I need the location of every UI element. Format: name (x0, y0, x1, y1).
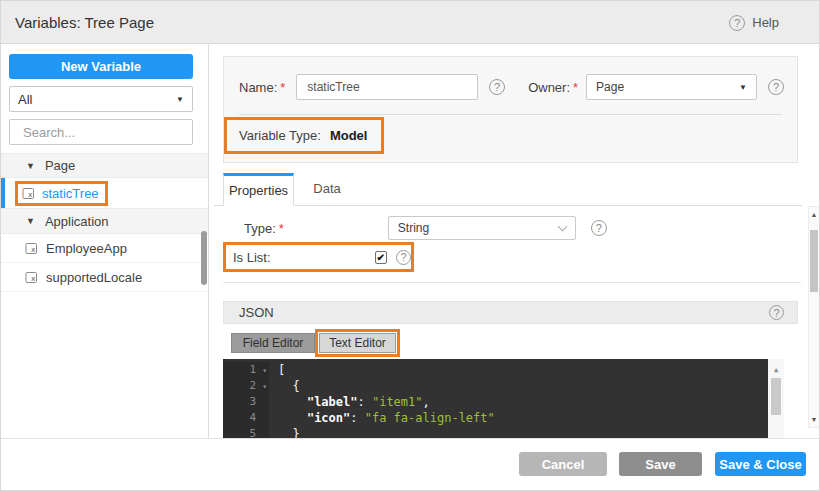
json-code-editor[interactable]: 1▾ [ 2▾ { 3 "label": "item1", 4 "icon": … (223, 359, 784, 438)
owner-select[interactable]: Page ▼ (586, 74, 757, 100)
caret-down-icon: ▼ (739, 83, 747, 92)
sidebar-scrollbar-thumb[interactable] (201, 231, 207, 285)
code-line: 2▾ { (223, 378, 784, 394)
code-text: } (269, 426, 300, 438)
variables-tree: ▼ Page x staticTree ▼ Application (1, 153, 208, 292)
type-select[interactable]: String (388, 216, 576, 240)
variable-icon: x (25, 271, 38, 284)
divider (223, 282, 801, 283)
selected-indicator-bar (1, 178, 5, 208)
help-icon[interactable]: ? (729, 15, 745, 31)
name-input[interactable] (296, 74, 478, 100)
name-help-icon[interactable]: ? (489, 79, 505, 95)
editor-scrollbar[interactable]: ▲ (768, 359, 784, 438)
variable-type-label: Variable Type: (239, 128, 321, 143)
required-marker: * (573, 80, 578, 95)
scroll-up-icon[interactable]: ▲ (809, 211, 819, 218)
cancel-button[interactable]: Cancel (519, 452, 607, 476)
scroll-up-icon[interactable]: ▲ (768, 362, 784, 378)
variable-icon: x (25, 242, 38, 255)
required-marker: * (279, 221, 284, 236)
editor-scrollbar-thumb[interactable] (771, 378, 781, 415)
code-line: 3 "label": "item1", (223, 394, 784, 410)
save-button[interactable]: Save (619, 452, 702, 476)
dialog-titlebar: Variables: Tree Page ? Help (1, 1, 820, 44)
content-scrollbar[interactable]: ▲ ▼ (808, 206, 820, 428)
required-marker: * (280, 80, 285, 95)
json-section-header: JSON ? (223, 301, 798, 324)
name-owner-row: Name: * ? Owner: * Page ▼ ? (239, 74, 784, 100)
tree-item-label: supportedLocale (46, 270, 142, 285)
owner-help-icon[interactable]: ? (768, 79, 784, 95)
tab-data[interactable]: Data (301, 172, 353, 205)
is-list-label: Is List: (233, 250, 271, 265)
owner-selected-value: Page (596, 80, 624, 94)
tree-expand-icon[interactable]: ▼ (26, 161, 35, 171)
chevron-down-icon (557, 222, 567, 232)
tree-item-supportedlocale[interactable]: x supportedLocale (1, 263, 208, 292)
highlight-box: x staticTree (15, 181, 108, 206)
filter-selected-value: All (18, 92, 32, 107)
tree-expand-icon[interactable]: ▼ (26, 216, 35, 226)
type-help-icon[interactable]: ? (591, 220, 607, 236)
search-input[interactable] (23, 125, 199, 140)
code-line: 4 "icon": "fa fa-align-left" (223, 410, 784, 426)
tabbar: Properties Data (214, 173, 802, 206)
code-lines: 1▾ [ 2▾ { 3 "label": "item1", 4 "icon": … (223, 362, 784, 438)
code-line: 5 } (223, 426, 784, 438)
line-number: 5 (249, 427, 256, 438)
is-list-help-icon[interactable]: ? (396, 250, 411, 265)
text-editor-button[interactable]: Text Editor (319, 333, 396, 353)
tree-item-label: EmployeeApp (46, 241, 127, 256)
type-row: Type: * String ? (244, 215, 804, 241)
tree-item-label: staticTree (42, 186, 99, 201)
line-number: 4 (249, 411, 256, 424)
variable-type-highlight-box: Variable Type: Model (224, 117, 384, 154)
tree-group-application[interactable]: ▼ Application (1, 208, 208, 234)
tab-properties[interactable]: Properties (223, 173, 294, 206)
type-selected-value: String (398, 221, 429, 235)
json-help-icon[interactable]: ? (769, 305, 784, 320)
variable-search[interactable] (9, 119, 193, 145)
tree-group-page[interactable]: ▼ Page (1, 153, 208, 178)
divider (239, 114, 782, 115)
tree-group-label: Application (45, 214, 109, 229)
line-number: 2 (249, 379, 256, 392)
variable-type-value: Model (330, 128, 368, 143)
is-list-checkbox[interactable]: ✔ (375, 251, 387, 264)
type-label: Type: (244, 221, 276, 236)
code-text: { (269, 378, 300, 394)
scroll-down-icon[interactable]: ▼ (809, 416, 819, 423)
code-text: "label": "item1", (269, 394, 430, 410)
text-editor-highlight-box: Text Editor (315, 329, 400, 357)
fold-arrow-icon[interactable]: ▾ (262, 379, 267, 395)
dialog-title: Variables: Tree Page (15, 1, 154, 44)
tree-item-statictree[interactable]: x staticTree (1, 178, 208, 208)
tree-group-label: Page (45, 158, 75, 173)
json-section-title: JSON (239, 305, 274, 320)
variable-summary-panel: Name: * ? Owner: * Page ▼ ? Variable Typ… (223, 56, 798, 163)
code-text: [ (269, 362, 285, 378)
line-number: 3 (249, 395, 256, 408)
field-editor-button[interactable]: Field Editor (231, 333, 315, 353)
variables-dialog: Variables: Tree Page ? Help New Variable… (0, 0, 820, 491)
dialog-footer: Cancel Save Save & Close (1, 438, 820, 491)
new-variable-button[interactable]: New Variable (9, 54, 193, 79)
code-line: 1▾ [ (223, 362, 784, 378)
main-panel: Name: * ? Owner: * Page ▼ ? Variable Typ… (209, 44, 820, 438)
owner-label: Owner: (528, 80, 570, 95)
check-icon: ✔ (377, 252, 385, 263)
svg-text:x: x (31, 245, 36, 254)
help-label[interactable]: Help (752, 15, 779, 30)
fold-arrow-icon[interactable]: ▾ (262, 363, 267, 379)
variable-filter-select[interactable]: All ▼ (9, 86, 193, 112)
content-scrollbar-thumb[interactable] (810, 230, 818, 292)
tree-item-employeeapp[interactable]: x EmployeeApp (1, 234, 208, 263)
code-text: "icon": "fa fa-align-left" (269, 410, 495, 426)
caret-down-icon: ▼ (176, 95, 184, 104)
save-and-close-button[interactable]: Save & Close (715, 452, 806, 476)
svg-text:x: x (31, 274, 36, 283)
help-button[interactable]: ? Help (729, 1, 779, 44)
editor-mode-toggle: Field Editor Text Editor (231, 329, 400, 357)
name-label: Name: (239, 80, 277, 95)
